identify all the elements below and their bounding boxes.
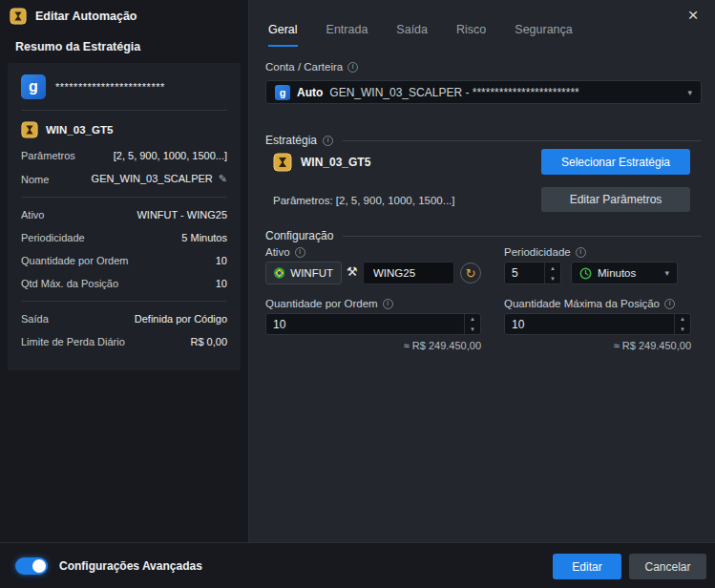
qty-order-spinner bbox=[464, 314, 480, 334]
qty-max-input[interactable] bbox=[504, 313, 691, 335]
asset-symbol-button[interactable]: WINFUT bbox=[265, 262, 342, 284]
advanced-settings-toggle[interactable] bbox=[15, 557, 48, 575]
qty-max-estimate: ≈ R$ 249.450,00 bbox=[504, 340, 691, 351]
select-strategy-button[interactable]: Selecionar Estratégia bbox=[541, 149, 690, 175]
qty-order-estimate: ≈ R$ 249.450,00 bbox=[265, 340, 481, 351]
spinner-up-icon[interactable] bbox=[675, 314, 690, 325]
qty-max-spinner bbox=[674, 314, 690, 334]
row-label: Saída bbox=[21, 313, 49, 325]
tab-entrada[interactable]: Entrada bbox=[326, 23, 368, 47]
tab-saida[interactable]: Saída bbox=[396, 23, 428, 47]
asset-contract-input[interactable] bbox=[363, 262, 454, 284]
row-label: Limite de Perda Diário bbox=[21, 336, 125, 347]
info-icon[interactable] bbox=[576, 247, 586, 258]
automation-gold-icon bbox=[10, 8, 27, 25]
strategy-section-header: Estratégia bbox=[265, 134, 702, 147]
brazil-flag-icon bbox=[274, 266, 284, 280]
asset-contract-field bbox=[363, 262, 454, 284]
account-label: Conta / Carteira bbox=[265, 61, 358, 73]
row-label: Parâmetros bbox=[21, 150, 75, 161]
row-value: 10 bbox=[216, 278, 227, 289]
main-panel: Geral Entrada Saída Risco Segurança Cont… bbox=[249, 0, 715, 542]
row-label: Ativo bbox=[21, 209, 44, 220]
row-value: WINFUT - WING25 bbox=[137, 209, 227, 220]
row-value: R$ 0,00 bbox=[190, 336, 227, 347]
account-label-text: Conta / Carteira bbox=[265, 61, 343, 73]
row-label: Nome bbox=[21, 174, 49, 185]
account-selected-value: GEN_WIN_03_SCALPER - *******************… bbox=[329, 86, 578, 99]
row-label: Periodicidade bbox=[21, 232, 85, 243]
summary-row-qty-max: Qtd Máx. da Posição 10 bbox=[21, 278, 227, 289]
asset-label-text: Ativo bbox=[265, 246, 290, 258]
tab-geral[interactable]: Geral bbox=[268, 23, 298, 47]
row-value: Definida por Código bbox=[135, 313, 227, 325]
summary-row-name: Nome GEN_WIN_03_SCALPER bbox=[21, 173, 227, 185]
period-unit-value: Minutos bbox=[598, 267, 636, 279]
strategy-custom-name: GEN_WIN_03_SCALPER bbox=[92, 173, 213, 184]
info-icon[interactable] bbox=[664, 299, 675, 309]
qty-max-label-text: Quantidade Máxima da Posição bbox=[504, 298, 660, 309]
spinner-down-icon[interactable] bbox=[465, 325, 480, 335]
spinner-down-icon[interactable] bbox=[545, 273, 560, 284]
chevron-down-icon bbox=[687, 88, 692, 97]
asset-label: Ativo bbox=[265, 246, 305, 258]
tab-risco[interactable]: Risco bbox=[456, 23, 486, 47]
clock-icon bbox=[579, 267, 592, 280]
row-label: Quantidade por Ordem bbox=[21, 255, 129, 266]
masked-account: ************************ bbox=[55, 81, 165, 93]
account-mode-badge: Auto bbox=[297, 86, 323, 99]
edit-params-button[interactable]: Editar Parâmetros bbox=[541, 187, 690, 212]
qty-order-label: Quantidade por Ordem bbox=[265, 298, 393, 309]
tab-seguranca[interactable]: Segurança bbox=[515, 23, 572, 47]
account-select[interactable]: g Auto GEN_WIN_03_SCALPER - ************… bbox=[265, 80, 702, 104]
qty-order-input[interactable] bbox=[265, 313, 481, 335]
spinner-up-icon[interactable] bbox=[545, 262, 560, 273]
asset-symbol-label: WINFUT bbox=[290, 267, 333, 279]
advanced-settings-label: Configurações Avançadas bbox=[59, 559, 202, 573]
edit-pencil-icon[interactable] bbox=[219, 173, 227, 184]
row-value: GEN_WIN_03_SCALPER bbox=[92, 173, 227, 185]
period-label: Periodicidade bbox=[504, 246, 586, 258]
spinner-down-icon[interactable] bbox=[675, 325, 690, 335]
config-section-header: Configuração bbox=[265, 229, 702, 242]
refresh-icon[interactable] bbox=[460, 262, 481, 284]
row-label: Qtd Máx. da Posição bbox=[21, 278, 118, 289]
cancel-button[interactable]: Cancelar bbox=[629, 554, 706, 579]
divider bbox=[21, 197, 227, 198]
spinner-up-icon[interactable] bbox=[465, 314, 480, 325]
strategy-section-title: Estratégia bbox=[265, 134, 317, 147]
info-icon[interactable] bbox=[323, 136, 333, 146]
strategy-params-text: Parâmetros: [2, 5, 900, 1000, 1500...] bbox=[273, 195, 455, 206]
account-row: g ************************ bbox=[21, 74, 227, 99]
strategy-gold-icon bbox=[21, 121, 38, 138]
close-icon[interactable] bbox=[683, 5, 704, 26]
period-spinner bbox=[544, 262, 560, 284]
tab-content-geral: Conta / Carteira g Auto GEN_WIN_03_SCALP… bbox=[265, 55, 702, 542]
info-icon[interactable] bbox=[295, 247, 305, 258]
selected-strategy: WIN_03_GT5 bbox=[273, 153, 370, 172]
summary-strategy-name: WIN_03_GT5 bbox=[46, 124, 113, 136]
qty-max-label: Quantidade Máxima da Posição bbox=[504, 298, 675, 309]
instrument-tools-icon[interactable] bbox=[347, 264, 358, 279]
period-unit-select[interactable]: Minutos bbox=[571, 262, 678, 284]
footer-bar: Configurações Avançadas Editar Cancelar bbox=[0, 542, 715, 588]
summary-row-loss-limit: Limite de Perda Diário R$ 0,00 bbox=[21, 336, 227, 347]
info-icon[interactable] bbox=[383, 299, 393, 309]
edit-button[interactable]: Editar bbox=[553, 554, 621, 579]
chevron-down-icon bbox=[664, 268, 669, 278]
edit-automation-dialog: Editar Automação Resumo da Estratégia g … bbox=[0, 0, 715, 588]
divider bbox=[21, 110, 227, 111]
strategy-gold-icon bbox=[273, 153, 292, 172]
selected-strategy-name: WIN_03_GT5 bbox=[301, 156, 370, 169]
dialog-title: Editar Automação bbox=[35, 10, 137, 23]
g-logo-icon: g bbox=[21, 74, 46, 99]
asset-controls: WINFUT bbox=[265, 262, 494, 284]
summary-row-asset: Ativo WINFUT - WING25 bbox=[21, 209, 227, 220]
footer-buttons: Editar Cancelar bbox=[553, 554, 706, 579]
qty-order-field bbox=[265, 313, 481, 335]
row-value: [2, 5, 900, 1000, 1500...] bbox=[114, 150, 227, 161]
config-section-title: Configuração bbox=[265, 229, 333, 242]
info-icon[interactable] bbox=[347, 62, 358, 73]
tab-bar: Geral Entrada Saída Risco Segurança bbox=[268, 23, 573, 47]
summary-row-qty-order: Quantidade por Ordem 10 bbox=[21, 255, 227, 266]
